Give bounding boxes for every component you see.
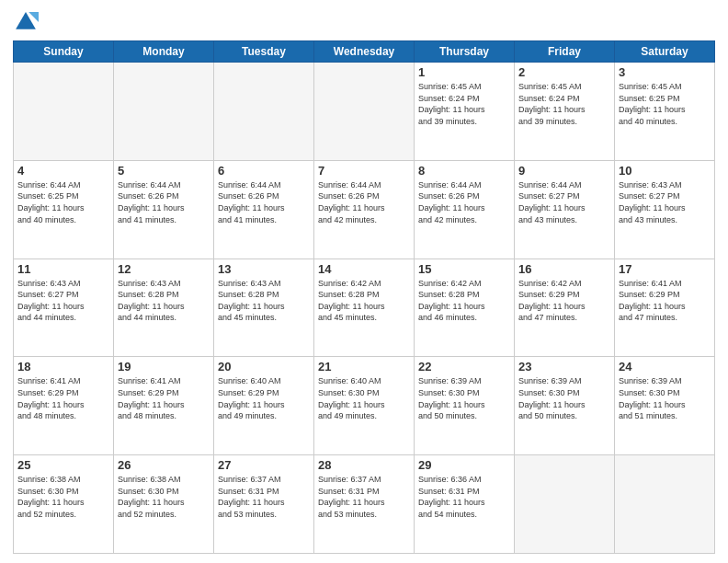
calendar-cell: 7Sunrise: 6:44 AM Sunset: 6:26 PM Daylig… [314,160,415,259]
day-number: 27 [218,458,310,472]
calendar-week-row: 11Sunrise: 6:43 AM Sunset: 6:27 PM Dayli… [14,259,715,357]
day-number: 17 [619,262,711,276]
day-number: 3 [619,65,711,79]
calendar-cell: 8Sunrise: 6:44 AM Sunset: 6:26 PM Daylig… [415,160,515,259]
day-number: 4 [17,164,109,178]
calendar-cell: 11Sunrise: 6:43 AM Sunset: 6:27 PM Dayli… [14,259,114,357]
calendar-cell: 4Sunrise: 6:44 AM Sunset: 6:25 PM Daylig… [14,160,114,259]
logo [13,9,42,35]
day-info: Sunrise: 6:44 AM Sunset: 6:26 PM Dayligh… [218,179,310,225]
day-info: Sunrise: 6:43 AM Sunset: 6:27 PM Dayligh… [17,278,109,324]
day-number: 15 [418,262,510,276]
day-info: Sunrise: 6:38 AM Sunset: 6:30 PM Dayligh… [118,474,210,520]
day-info: Sunrise: 6:43 AM Sunset: 6:28 PM Dayligh… [218,278,310,324]
calendar-cell: 12Sunrise: 6:43 AM Sunset: 6:28 PM Dayli… [114,259,214,357]
day-info: Sunrise: 6:39 AM Sunset: 6:30 PM Dayligh… [518,375,610,421]
calendar-cell: 19Sunrise: 6:41 AM Sunset: 6:29 PM Dayli… [114,357,214,455]
calendar-body: 1Sunrise: 6:45 AM Sunset: 6:24 PM Daylig… [14,63,715,554]
calendar-cell: 2Sunrise: 6:45 AM Sunset: 6:24 PM Daylig… [515,63,615,161]
calendar-cell: 29Sunrise: 6:36 AM Sunset: 6:31 PM Dayli… [415,455,515,554]
calendar-cell: 28Sunrise: 6:37 AM Sunset: 6:31 PM Dayli… [314,455,415,554]
calendar-cell [615,455,715,554]
calendar-cell: 20Sunrise: 6:40 AM Sunset: 6:29 PM Dayli… [214,357,314,455]
day-info: Sunrise: 6:37 AM Sunset: 6:31 PM Dayligh… [218,474,310,520]
logo-icon [13,9,39,35]
day-number: 7 [318,164,410,178]
calendar-cell: 25Sunrise: 6:38 AM Sunset: 6:30 PM Dayli… [14,455,114,554]
day-info: Sunrise: 6:42 AM Sunset: 6:28 PM Dayligh… [318,278,410,324]
calendar-week-row: 1Sunrise: 6:45 AM Sunset: 6:24 PM Daylig… [14,63,715,161]
calendar-cell: 16Sunrise: 6:42 AM Sunset: 6:29 PM Dayli… [515,259,615,357]
calendar-cell: 18Sunrise: 6:41 AM Sunset: 6:29 PM Dayli… [14,357,114,455]
calendar-cell [14,63,114,161]
day-info: Sunrise: 6:41 AM Sunset: 6:29 PM Dayligh… [17,375,109,421]
header-row: SundayMondayTuesdayWednesdayThursdayFrid… [14,41,715,63]
day-number: 11 [17,262,109,276]
day-of-week-header: Monday [114,41,214,63]
day-of-week-header: Thursday [415,41,515,63]
calendar-cell: 24Sunrise: 6:39 AM Sunset: 6:30 PM Dayli… [615,357,715,455]
day-info: Sunrise: 6:45 AM Sunset: 6:24 PM Dayligh… [418,81,510,127]
day-info: Sunrise: 6:43 AM Sunset: 6:28 PM Dayligh… [118,278,210,324]
calendar-cell [114,63,214,161]
calendar-cell: 5Sunrise: 6:44 AM Sunset: 6:26 PM Daylig… [114,160,214,259]
day-number: 22 [418,360,510,373]
day-number: 16 [518,262,610,276]
day-info: Sunrise: 6:38 AM Sunset: 6:30 PM Dayligh… [17,474,109,520]
day-of-week-header: Wednesday [314,41,415,63]
calendar-cell: 21Sunrise: 6:40 AM Sunset: 6:30 PM Dayli… [314,357,415,455]
day-number: 23 [518,360,610,373]
day-info: Sunrise: 6:37 AM Sunset: 6:31 PM Dayligh… [318,474,410,520]
calendar-cell: 22Sunrise: 6:39 AM Sunset: 6:30 PM Dayli… [415,357,515,455]
day-number: 10 [619,164,711,178]
day-info: Sunrise: 6:44 AM Sunset: 6:26 PM Dayligh… [318,179,410,225]
day-info: Sunrise: 6:45 AM Sunset: 6:24 PM Dayligh… [518,81,610,127]
day-number: 1 [418,65,510,79]
calendar-cell: 3Sunrise: 6:45 AM Sunset: 6:25 PM Daylig… [615,63,715,161]
calendar-week-row: 18Sunrise: 6:41 AM Sunset: 6:29 PM Dayli… [14,357,715,455]
calendar-cell: 13Sunrise: 6:43 AM Sunset: 6:28 PM Dayli… [214,259,314,357]
page: SundayMondayTuesdayWednesdayThursdayFrid… [0,0,728,563]
calendar-cell: 27Sunrise: 6:37 AM Sunset: 6:31 PM Dayli… [214,455,314,554]
day-number: 18 [17,360,109,373]
calendar-cell: 17Sunrise: 6:41 AM Sunset: 6:29 PM Dayli… [615,259,715,357]
day-info: Sunrise: 6:36 AM Sunset: 6:31 PM Dayligh… [418,474,510,520]
day-info: Sunrise: 6:41 AM Sunset: 6:29 PM Dayligh… [118,375,210,421]
day-number: 5 [118,164,210,178]
day-number: 19 [118,360,210,373]
day-number: 9 [518,164,610,178]
calendar-cell: 15Sunrise: 6:42 AM Sunset: 6:28 PM Dayli… [415,259,515,357]
day-info: Sunrise: 6:40 AM Sunset: 6:30 PM Dayligh… [318,375,410,421]
calendar-cell: 1Sunrise: 6:45 AM Sunset: 6:24 PM Daylig… [415,63,515,161]
calendar-cell: 23Sunrise: 6:39 AM Sunset: 6:30 PM Dayli… [515,357,615,455]
day-number: 20 [218,360,310,373]
day-info: Sunrise: 6:43 AM Sunset: 6:27 PM Dayligh… [619,179,711,225]
calendar-cell [515,455,615,554]
calendar-table: SundayMondayTuesdayWednesdayThursdayFrid… [13,40,715,554]
day-number: 12 [118,262,210,276]
day-number: 8 [418,164,510,178]
day-info: Sunrise: 6:44 AM Sunset: 6:26 PM Dayligh… [118,179,210,225]
day-number: 6 [218,164,310,178]
calendar-week-row: 25Sunrise: 6:38 AM Sunset: 6:30 PM Dayli… [14,455,715,554]
day-number: 14 [318,262,410,276]
header [13,9,715,35]
day-number: 2 [518,65,610,79]
day-number: 21 [318,360,410,373]
day-info: Sunrise: 6:39 AM Sunset: 6:30 PM Dayligh… [619,375,711,421]
calendar-cell: 10Sunrise: 6:43 AM Sunset: 6:27 PM Dayli… [615,160,715,259]
calendar-cell: 14Sunrise: 6:42 AM Sunset: 6:28 PM Dayli… [314,259,415,357]
day-number: 24 [619,360,711,373]
day-info: Sunrise: 6:44 AM Sunset: 6:26 PM Dayligh… [418,179,510,225]
day-number: 25 [17,458,109,472]
day-number: 29 [418,458,510,472]
calendar-cell [214,63,314,161]
day-of-week-header: Tuesday [214,41,314,63]
day-info: Sunrise: 6:42 AM Sunset: 6:29 PM Dayligh… [518,278,610,324]
calendar-week-row: 4Sunrise: 6:44 AM Sunset: 6:25 PM Daylig… [14,160,715,259]
calendar-cell: 6Sunrise: 6:44 AM Sunset: 6:26 PM Daylig… [214,160,314,259]
day-info: Sunrise: 6:40 AM Sunset: 6:29 PM Dayligh… [218,375,310,421]
calendar-cell: 9Sunrise: 6:44 AM Sunset: 6:27 PM Daylig… [515,160,615,259]
day-of-week-header: Sunday [14,41,114,63]
calendar-cell [314,63,415,161]
